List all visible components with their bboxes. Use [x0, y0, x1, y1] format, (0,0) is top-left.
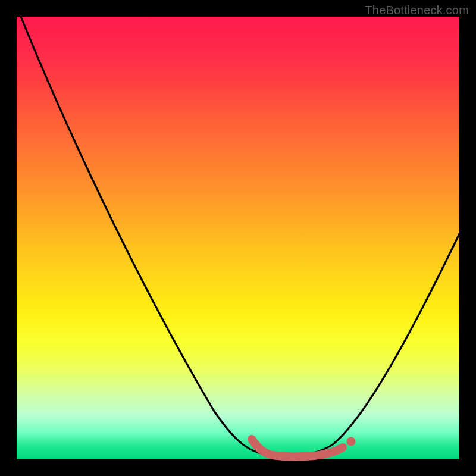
attribution-text: TheBottleneck.com: [365, 4, 469, 17]
optimal-zone-end-marker: [347, 437, 356, 446]
chart-frame: TheBottleneck.com: [0, 0, 476, 476]
bottleneck-curve-path: [21, 17, 459, 456]
bottleneck-curve-svg: [17, 17, 459, 459]
optimal-zone-marker: [252, 439, 343, 456]
